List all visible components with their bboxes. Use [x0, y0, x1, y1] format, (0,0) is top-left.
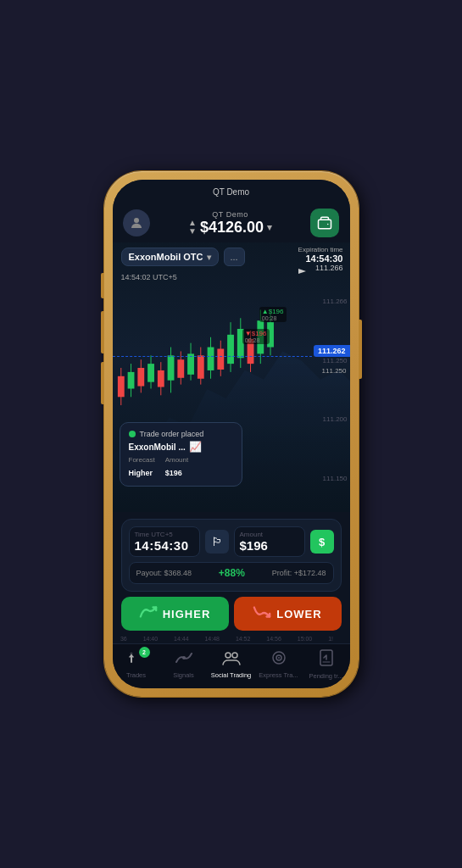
amount-value: $196	[240, 538, 299, 553]
trade-popup-status: Trade order placed	[129, 430, 233, 438]
instrument-selector[interactable]: ExxonMobil OTC ▾	[121, 248, 219, 266]
svg-point-37	[232, 653, 237, 658]
phone-wrapper: QT Demo QT Demo ▲▼	[96, 159, 367, 709]
avatar[interactable]	[123, 209, 150, 236]
signals-nav-label: Signals	[173, 671, 194, 679]
bottom-nav: 2 Trades Signals	[113, 643, 350, 688]
instrument-more-button[interactable]: ...	[224, 248, 245, 266]
trades-icon: 2	[128, 650, 145, 670]
lower-icon	[253, 605, 271, 622]
svg-rect-15	[177, 359, 184, 378]
instrument-name-label: ExxonMobil OTC	[129, 252, 203, 262]
amount-input-label: Amount	[240, 531, 299, 538]
expiration-label: Expiration time	[298, 246, 343, 253]
x-label-0: 36	[120, 636, 127, 642]
svg-rect-25	[227, 335, 234, 364]
payout-row: Payout: $368.48 +88% Profit: +$172.48	[129, 562, 334, 584]
y-price-2: 111.250	[312, 357, 350, 364]
lower-label: LOWER	[276, 608, 321, 620]
instrument-bar: ExxonMobil OTC ▾ ... Expiration time 14:…	[113, 242, 350, 271]
amount-input-box[interactable]: Amount $196	[234, 526, 305, 557]
x-label-5: 14:56	[266, 636, 281, 642]
balance-amount: $4126.00	[200, 219, 264, 236]
x-label-4: 14:52	[236, 636, 251, 642]
nav-item-express-trading[interactable]: Express Tra...	[255, 650, 303, 679]
app-header: QT Demo ▲▼ $4126.00 ▾	[113, 203, 350, 242]
trade-popup: Trade order placed ExxonMobil ... 📈 Fore…	[120, 422, 242, 487]
svg-point-0	[134, 218, 139, 223]
higher-label: HIGHER	[163, 608, 211, 620]
x-label-7: 1!	[328, 636, 333, 642]
trade-controls: Time UTC+5 14:54:30 🏳 Amount $196 $ P	[121, 519, 342, 592]
currency-button[interactable]: $	[310, 530, 334, 554]
dropdown-arrow-icon[interactable]: ▾	[267, 222, 272, 233]
controls-top-row: Time UTC+5 14:54:30 🏳 Amount $196 $	[129, 526, 334, 557]
nav-item-pending[interactable]: Pending tr...	[303, 649, 350, 680]
side-button-power	[359, 320, 362, 379]
profit-label: Profit: +$172.48	[272, 569, 326, 577]
y-price-4: 111.150	[312, 475, 350, 482]
phone-frame: QT Demo QT Demo ▲▼	[104, 171, 359, 697]
trade-amount-value: $196	[165, 469, 182, 477]
action-buttons-row: HIGHER LOWER	[121, 597, 342, 631]
svg-rect-9	[148, 364, 154, 382]
x-label-6: 15:00	[298, 636, 313, 642]
chart-time-display: 14:54:02 UTC+5	[121, 273, 177, 281]
svg-rect-23	[217, 348, 224, 369]
time-input-box[interactable]: Time UTC+5 14:54:30	[129, 526, 200, 557]
svg-point-36	[225, 653, 231, 658]
pending-nav-label: Pending tr...	[309, 672, 342, 680]
y-axis: 111.266 111.250 111.200 111.150	[312, 268, 350, 512]
trade-forecast-label: Forecast	[129, 456, 155, 464]
y-price-1: 111.266	[312, 298, 350, 305]
trade-amount-label: Amount	[165, 456, 189, 464]
trade-forecast-col: Forecast Higher	[129, 456, 155, 479]
price-below-label: 111.250	[319, 366, 350, 376]
x-label-1: 14:40	[143, 636, 159, 642]
social-trading-icon	[222, 650, 241, 670]
svg-rect-13	[167, 355, 174, 380]
instrument-dropdown-icon[interactable]: ▾	[207, 253, 211, 262]
x-label-2: 14:44	[174, 636, 189, 642]
annotation-2: ▲$196 00:28	[259, 307, 287, 322]
trade-amount-col: Amount $196	[165, 456, 189, 479]
y-price-3: 111.200	[312, 415, 350, 423]
svg-rect-5	[127, 372, 134, 389]
higher-button[interactable]: HIGHER	[121, 597, 229, 631]
side-button-vol-up	[101, 311, 104, 353]
demo-label: QT Demo	[212, 210, 248, 219]
trade-popup-symbol: ExxonMobil ... 📈	[129, 441, 233, 453]
svg-rect-1	[319, 220, 331, 229]
higher-icon	[139, 605, 158, 622]
trade-popup-details: Forecast Higher Amount $196	[129, 456, 233, 479]
time-input-label: Time UTC+5	[135, 531, 194, 538]
trades-nav-label: Trades	[126, 671, 146, 679]
payout-percentage: +88%	[219, 567, 245, 579]
svg-rect-3	[117, 376, 124, 397]
payout-label: Payout: $368.48	[136, 569, 192, 577]
signals-icon	[175, 650, 192, 670]
lower-button[interactable]: LOWER	[234, 597, 342, 631]
side-button-vol-down	[101, 362, 104, 404]
nav-item-signals[interactable]: Signals	[160, 650, 208, 679]
svg-point-35	[182, 656, 186, 659]
social-trading-nav-label: Social Trading	[211, 671, 252, 679]
flag-button[interactable]: 🏳	[205, 530, 229, 554]
trade-symbol-label: ExxonMobil ...	[129, 442, 186, 452]
x-label-3: 14:48	[204, 636, 220, 642]
svg-rect-19	[197, 355, 203, 378]
trades-badge: 2	[139, 647, 150, 658]
nav-item-trades[interactable]: 2 Trades	[113, 650, 160, 679]
express-trading-icon	[270, 650, 287, 670]
svg-point-40	[278, 657, 280, 659]
time-value: 14:54:30	[135, 538, 194, 553]
balance-display[interactable]: ▲▼ $4126.00 ▾	[188, 219, 272, 236]
wallet-button[interactable]	[310, 209, 339, 237]
trade-chart-mini-icon: 📈	[189, 441, 202, 453]
chart-flag-icon	[298, 268, 308, 285]
app-screen: QT Demo QT Demo ▲▼	[113, 180, 350, 688]
svg-point-34	[130, 653, 132, 655]
x-axis: 36 14:40 14:44 14:48 14:52 14:56 15:00 1…	[113, 634, 350, 643]
trade-status-text: Trade order placed	[140, 430, 204, 438]
nav-item-social-trading[interactable]: Social Trading	[208, 650, 255, 679]
